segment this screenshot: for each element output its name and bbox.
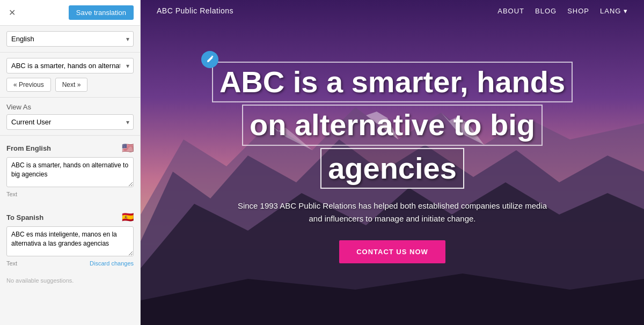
view-as-section: View As Current User Admin Guest (0, 98, 140, 136)
discard-changes-link[interactable]: Discard changes (90, 260, 134, 267)
from-text-field[interactable]: ABC is a smarter, hands on alternative t… (6, 157, 134, 187)
site-title: ABC Public Relations (157, 6, 233, 15)
language-section: English Spanish French (0, 26, 140, 53)
view-as-label: View As (6, 103, 134, 111)
string-select[interactable]: ABC is a smarter, hands on alternative t… (6, 58, 134, 73)
to-lang-label: To Spanish (6, 213, 43, 221)
from-lang-header: From English 🇺🇸 (6, 142, 134, 154)
from-flag: 🇺🇸 (122, 142, 134, 154)
contact-us-now-button[interactable]: CONTACT US NOW (339, 240, 445, 263)
to-flag: 🇪🇸 (122, 211, 134, 223)
to-lang-header: To Spanish 🇪🇸 (6, 211, 134, 223)
navbar: ABC Public Relations ABOUT BLOG SHOP LAN… (141, 0, 644, 21)
from-field-type: Text (6, 191, 134, 197)
nav-buttons: « Previous Next » (6, 78, 134, 92)
hero-subtitle: Since 1993 ABC Public Relations has help… (204, 200, 580, 225)
translation-panel: ✕ Save translation English Spanish Frenc… (0, 0, 141, 325)
hero-subtitle-line2: and influencers to manage and initiate c… (309, 214, 475, 223)
hero-title: ABC is a smarter, hands on alternative t… (212, 62, 573, 189)
nav-lang[interactable]: LANG ▾ (600, 7, 628, 15)
close-button[interactable]: ✕ (6, 8, 17, 18)
edit-icon[interactable] (201, 51, 218, 68)
nav-links: ABOUT BLOG SHOP LANG ▾ (497, 7, 628, 15)
to-field-type: Text (6, 260, 17, 267)
hero-title-wrapper: ABC is a smarter, hands on alternative t… (212, 62, 573, 189)
string-select-wrapper: ABC is a smarter, hands on alternative t… (6, 58, 134, 73)
nav-shop[interactable]: SHOP (567, 7, 589, 15)
to-field-type-row: Text Discard changes (6, 260, 134, 267)
next-button[interactable]: Next » (55, 78, 88, 92)
view-as-select-wrapper: Current User Admin Guest (6, 114, 134, 130)
language-select-wrapper: English Spanish French (6, 31, 134, 47)
main-content: ABC Public Relations ABOUT BLOG SHOP LAN… (141, 0, 644, 325)
language-select[interactable]: English Spanish French (6, 31, 134, 47)
view-as-select[interactable]: Current User Admin Guest (6, 114, 134, 130)
nav-about[interactable]: ABOUT (497, 7, 524, 15)
panel-header: ✕ Save translation (0, 0, 140, 26)
nav-blog[interactable]: BLOG (535, 7, 557, 15)
to-spanish-section: To Spanish 🇪🇸 ABC es más inteligente, ma… (0, 205, 140, 274)
suggestions-text: No available suggestions. (0, 277, 140, 290)
hero-title-line1: ABC is a smarter, hands (212, 62, 573, 102)
hero-content: ABC is a smarter, hands on alternative t… (204, 62, 580, 263)
hero-subtitle-line1: Since 1993 ABC Public Relations has help… (238, 201, 547, 210)
save-translation-button[interactable]: Save translation (69, 5, 134, 20)
from-english-section: From English 🇺🇸 ABC is a smarter, hands … (0, 136, 140, 205)
to-text-field[interactable]: ABC es más inteligente, manos en la alte… (6, 226, 134, 256)
hero-title-line2: on alternative to big (242, 105, 543, 145)
previous-button[interactable]: « Previous (6, 78, 51, 92)
from-lang-label: From English (6, 144, 51, 152)
hero-title-line3: agencies (320, 148, 464, 189)
pencil-icon (206, 56, 214, 63)
string-select-section: ABC is a smarter, hands on alternative t… (0, 53, 140, 98)
